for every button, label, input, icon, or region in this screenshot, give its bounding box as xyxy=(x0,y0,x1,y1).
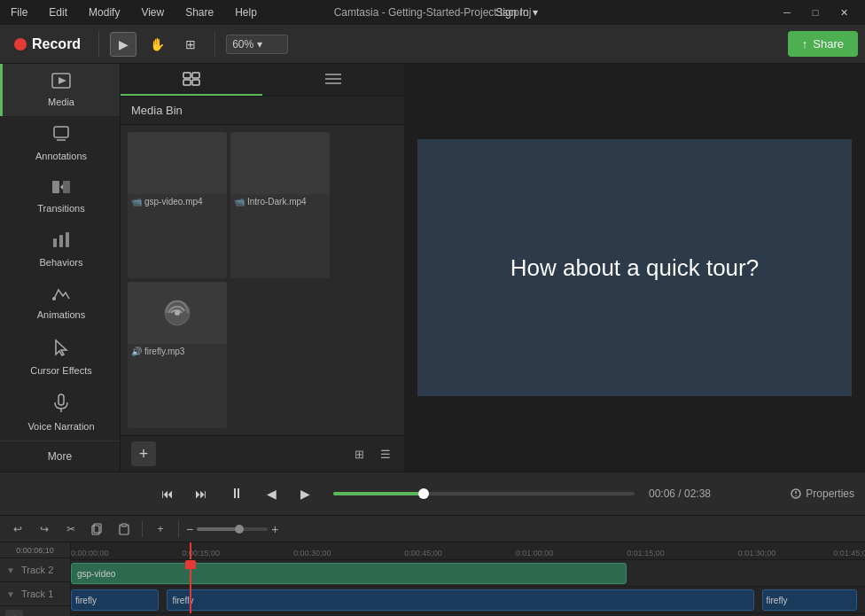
svg-rect-6 xyxy=(53,238,57,247)
media-icon xyxy=(51,73,71,93)
preview-screen: How about a quick tour? xyxy=(417,139,852,396)
playhead-head xyxy=(185,560,196,569)
sidebar-item-animations[interactable]: Animations xyxy=(0,277,120,329)
toolbar-separator-2 xyxy=(214,32,215,57)
menu-file[interactable]: File xyxy=(7,4,31,20)
svg-rect-2 xyxy=(54,127,68,137)
media-tab-grid[interactable] xyxy=(121,64,262,96)
track-area: 0:00:00;00 0:00:15;00 0:00:30;00 0:00:45… xyxy=(71,542,865,616)
media-item[interactable]: 📹 Intro-Dark.mp4 xyxy=(230,132,330,278)
media-item-audio[interactable]: 🔊 firefly.mp3 xyxy=(128,282,227,428)
menu-share[interactable]: Share xyxy=(182,4,217,20)
svg-rect-7 xyxy=(59,235,63,247)
zoom-slider-handle[interactable] xyxy=(235,525,244,534)
zoom-in-icon[interactable]: + xyxy=(271,522,278,536)
step-forward-button[interactable]: ⏭ xyxy=(188,480,214,507)
sidebar-item-annotations[interactable]: Annotations xyxy=(0,116,120,170)
undo-button[interactable]: ↩ xyxy=(7,519,28,539)
sidebar-item-media[interactable]: Media xyxy=(0,64,120,116)
svg-rect-4 xyxy=(52,181,59,193)
progress-handle[interactable] xyxy=(418,488,429,499)
video-icon-2: 📹 xyxy=(234,197,245,207)
timeline-separator xyxy=(142,521,143,537)
timeline: ↩ ↪ ✂ + − + 0:00:06;10 xyxy=(0,516,865,616)
sidebar-item-voice-narration[interactable]: Voice Narration xyxy=(0,385,120,441)
ruler-mark-2: 0:00:30;00 xyxy=(293,549,331,558)
step-back-button[interactable]: ⏮ xyxy=(154,480,181,507)
track1-expand-button[interactable]: ▼ xyxy=(4,587,18,601)
svg-point-20 xyxy=(175,310,180,316)
media-item-name: 📹 Intro-Dark.mp4 xyxy=(230,194,330,209)
total-time: 02:38 xyxy=(684,487,711,500)
share-button[interactable]: ↑ Share xyxy=(788,31,858,57)
progress-fill xyxy=(333,492,424,495)
play-pause-button[interactable]: ⏸ xyxy=(222,479,252,509)
zoom-selector[interactable]: 60% ▾ xyxy=(226,35,288,54)
menu-modify[interactable]: Modify xyxy=(85,4,123,20)
timeline-ruler[interactable]: 0:00:00;00 0:00:15;00 0:00:30;00 0:00:45… xyxy=(71,542,865,560)
zoom-slider-container: − + xyxy=(186,522,278,536)
zoom-slider[interactable] xyxy=(197,527,268,531)
app-title: Camtasia - Getting-Started-Project.tscpr… xyxy=(334,6,532,19)
redo-button[interactable]: ↪ xyxy=(34,519,55,539)
sidebar-item-transitions[interactable]: Transitions xyxy=(0,170,120,222)
list-view-button[interactable]: ☰ xyxy=(374,443,397,464)
media-grid: 📹 gsp-video.mp4 📹 Intro-Dark.mp4 xyxy=(121,125,404,435)
sidebar-more-button[interactable]: More xyxy=(0,441,120,472)
svg-rect-15 xyxy=(192,80,199,85)
media-panel-footer: + ⊞ ☰ xyxy=(121,435,404,472)
window-controls: ─ □ ✕ xyxy=(773,0,858,25)
media-tab-list[interactable] xyxy=(262,64,404,96)
add-media-button[interactable]: + xyxy=(131,441,156,466)
sidebar-item-transitions-label: Transitions xyxy=(37,203,84,214)
maximize-button[interactable]: □ xyxy=(801,0,830,25)
grid-view-button[interactable]: ⊞ xyxy=(347,443,370,464)
main-toolbar: Record ▶ ✋ ⊞ 60% ▾ ↑ Share xyxy=(0,25,865,64)
add-track-button[interactable]: + xyxy=(150,519,171,539)
dropdown-icon: ▾ xyxy=(533,6,538,19)
track2-clip-video[interactable]: gsp-video xyxy=(71,563,627,584)
cut-button[interactable]: ✂ xyxy=(60,519,82,539)
record-button[interactable]: Record xyxy=(7,36,88,52)
properties-button[interactable]: Properties xyxy=(790,487,854,500)
select-tool-button[interactable]: ▶ xyxy=(110,32,136,57)
paste-button[interactable] xyxy=(113,519,135,539)
add-track-plus-button[interactable]: + xyxy=(5,610,23,616)
copy-button[interactable] xyxy=(87,519,108,539)
sidebar-item-media-label: Media xyxy=(48,97,74,107)
sidebar-item-cursor-effects[interactable]: Cursor Effects xyxy=(0,329,120,385)
zoom-out-icon[interactable]: − xyxy=(186,522,193,536)
transport-bar: ⏮ ⏭ ⏸ ◀ ▶ 00:06 / 02:38 Properties xyxy=(0,472,865,516)
ruler-spacer: 0:00:06;10 xyxy=(0,542,70,558)
track2-clip-name: gsp-video xyxy=(77,569,115,579)
menu-view[interactable]: View xyxy=(137,4,168,20)
media-bin-header: Media Bin xyxy=(121,97,404,125)
media-item[interactable]: 📹 gsp-video.mp4 xyxy=(128,132,227,278)
svg-rect-5 xyxy=(63,181,70,193)
svg-rect-10 xyxy=(58,394,64,405)
svg-point-9 xyxy=(52,297,56,300)
timeline-body: 0:00:06;10 ▼ Track 2 ▼ Track 1 + ● xyxy=(0,542,865,616)
ruler-mark-7: 0:01:45;00 xyxy=(833,549,865,558)
menu-help[interactable]: Help xyxy=(231,4,261,20)
progress-bar[interactable] xyxy=(333,492,635,495)
sidebar-item-animations-label: Animations xyxy=(37,309,85,320)
close-button[interactable]: ✕ xyxy=(830,0,858,25)
media-thumbnail xyxy=(128,132,227,194)
sidebar-item-behaviors[interactable]: Behaviors xyxy=(0,222,120,277)
crop-tool-button[interactable]: ⊞ xyxy=(177,32,204,57)
minimize-button[interactable]: ─ xyxy=(773,0,801,25)
track2-label: ▼ Track 2 xyxy=(0,558,70,582)
ruler-mark-0: 0:00:00;00 xyxy=(71,549,109,558)
zoom-dropdown-icon: ▾ xyxy=(257,38,262,51)
next-marker-button[interactable]: ▶ xyxy=(292,480,319,507)
track1-clip-audio-1[interactable]: firefly xyxy=(71,589,159,611)
track1-clip-audio-2[interactable]: firefly xyxy=(167,589,754,611)
menu-edit[interactable]: Edit xyxy=(45,4,71,20)
time-separator: / xyxy=(678,487,684,500)
track2-expand-button[interactable]: ▼ xyxy=(4,563,18,577)
prev-marker-button[interactable]: ◀ xyxy=(259,480,285,507)
media-bin-title: Media Bin xyxy=(131,104,183,117)
track1-clip-audio-3[interactable]: firefly xyxy=(762,589,858,611)
move-tool-button[interactable]: ✋ xyxy=(144,32,170,57)
